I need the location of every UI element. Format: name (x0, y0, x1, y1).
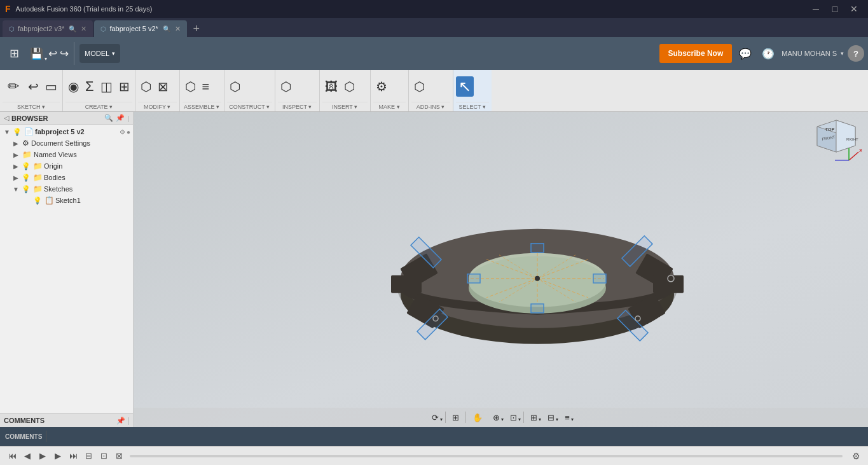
root-menu-icon[interactable]: ● (127, 128, 130, 135)
construct-1-btn[interactable]: ⬡ (227, 78, 243, 95)
comments-header: COMMENTS 📌 | (0, 414, 133, 427)
assemble-1-icon: ⬡ (185, 79, 196, 94)
browser-pin-icon[interactable]: 📌 (116, 114, 125, 122)
create-grid-btn[interactable]: ⊞ (116, 78, 132, 95)
grid-view-btn[interactable]: ⊞ (4, 43, 24, 64)
undo-btn[interactable]: ↩ (48, 47, 57, 60)
view-settings-btn[interactable]: ≡▾ (561, 412, 574, 424)
sketch1-vis-icon[interactable]: 💡 (33, 197, 42, 205)
insert-img-btn[interactable]: 🖼 (322, 78, 340, 95)
modify-push-btn[interactable]: ⬡ (138, 78, 154, 95)
ribbon-insert-btns: 🖼 ⬡ (322, 71, 368, 102)
svg-rect-32 (467, 274, 480, 282)
bodies-vis-icon[interactable]: 💡 (22, 174, 31, 182)
timeline-thumb-btn[interactable]: ⊟ (81, 449, 95, 463)
modify-more-icon: ⊠ (158, 79, 169, 94)
model-selector[interactable]: MODEL ▾ (79, 44, 120, 63)
timeline-last-btn[interactable]: ⏭ (66, 449, 80, 463)
root-vis-icon[interactable]: 💡 (13, 128, 22, 136)
timeline-first-btn[interactable]: ⏮ (5, 449, 19, 463)
minimize-btn[interactable]: ─ (807, 3, 825, 15)
origin-vis-icon[interactable]: 💡 (22, 162, 31, 170)
tab1-search[interactable]: 🔍 (69, 25, 76, 32)
add-tab-btn[interactable]: + (188, 20, 205, 37)
help-btn[interactable]: ? (848, 45, 864, 62)
vbt-divider1 (445, 412, 446, 423)
pan-btn[interactable]: ✋ (469, 412, 486, 424)
make-1-btn[interactable]: ⚙ (373, 78, 390, 95)
save-orbit-btn[interactable]: ⊞ (448, 412, 463, 424)
maximize-btn[interactable]: □ (826, 3, 844, 15)
tree-origin[interactable]: ▶ 💡 📁 Origin (0, 160, 133, 172)
tab2-label: fabproject 5 v2* (109, 25, 158, 32)
bodies-expand-icon: ▶ (11, 174, 20, 181)
comments-pin-icon[interactable]: 📌 (116, 417, 125, 425)
timeline-profile-btn[interactable]: ⊡ (97, 449, 111, 463)
tree-root[interactable]: ▼ 💡 📄 fabproject 5 v2 ⚙ ● (0, 126, 133, 137)
timeline-prev-btn[interactable]: ◀ (20, 449, 34, 463)
assemble-2-btn[interactable]: ≡ (200, 78, 212, 95)
tree-sketches[interactable]: ▼ 💡 📁 Sketches (0, 183, 133, 195)
named-views-label: Named Views (34, 151, 130, 158)
subscribe-btn[interactable]: Subscribe Now (659, 44, 733, 63)
root-expand-icon: ▼ (3, 128, 11, 135)
sketch-shape-btn[interactable]: ▭ (43, 78, 60, 95)
tree-bodies[interactable]: ▶ 💡 📁 Bodies (0, 172, 133, 183)
vbt-divider3 (523, 412, 524, 423)
tree-sketch1[interactable]: 💡 📋 Sketch1 (0, 195, 133, 206)
grid-settings-btn[interactable]: ⊟▾ (544, 412, 558, 424)
tree-named-views[interactable]: ▶ 📁 Named Views (0, 149, 133, 160)
ribbon-modify-label: MODIFY ▾ (138, 102, 177, 110)
insert-2-btn[interactable]: ⬡ (341, 78, 357, 95)
origin-label: Origin (44, 162, 130, 170)
create-more-btn[interactable]: ◫ (98, 78, 115, 95)
history-icon-btn[interactable]: 🕐 (759, 44, 778, 63)
close-btn[interactable]: ✕ (845, 3, 863, 15)
create-sigma-btn[interactable]: Σ (83, 77, 97, 96)
sketch-finish-btn[interactable]: ↩ (25, 78, 41, 95)
insert-2-icon: ⬡ (344, 79, 355, 94)
display-settings-btn[interactable]: ⊞▾ (527, 412, 541, 424)
orbit-btn[interactable]: ⟳▾ (428, 412, 443, 424)
browser-search-icon[interactable]: 🔍 (104, 114, 113, 122)
zoom-window-btn[interactable]: ⊡▾ (506, 412, 521, 424)
assemble-1-btn[interactable]: ⬡ (183, 78, 198, 95)
tab2-close[interactable]: ✕ (175, 25, 181, 33)
user-label[interactable]: MANU MOHAN S (782, 50, 837, 57)
inspect-1-btn[interactable]: ⬡ (278, 78, 294, 95)
save-btn[interactable]: 💾 ▾ (27, 44, 46, 63)
modify-more-btn[interactable]: ⊠ (155, 78, 171, 95)
sketch-finish-icon: ↩ (28, 79, 39, 94)
timeline-settings-btn[interactable]: ⚙ (849, 449, 863, 463)
timeline-next-btn[interactable]: ▶ (51, 449, 65, 463)
tab2-search[interactable]: 🔍 (163, 25, 170, 32)
ribbon-sketch-btns: ✏ ↩ ▭ (3, 71, 60, 102)
redo-btn[interactable]: ↪ (60, 47, 69, 60)
create-grid-icon: ⊞ (119, 79, 130, 94)
statusbar-divider1 (46, 431, 46, 442)
create-globe-btn[interactable]: ◉ (65, 78, 81, 95)
browser-collapse-icon[interactable]: ◁ (4, 114, 9, 122)
view-cube[interactable]: X Z TOP FRONT RIGHT (811, 117, 862, 168)
ribbon-inspect-label: INSPECT ▾ (278, 102, 317, 110)
user-dropdown-icon: ▾ (841, 50, 844, 57)
sketch-new-btn[interactable]: ✏ (3, 77, 24, 96)
root-settings-icon[interactable]: ⚙ (120, 128, 125, 135)
viewport[interactable]: X Z TOP FRONT RIGHT (134, 112, 868, 427)
chat-icon-btn[interactable]: 💬 (736, 44, 755, 63)
sketches-vis-icon[interactable]: 💡 (22, 185, 31, 193)
select-1-btn[interactable]: ↖ (456, 76, 474, 97)
timeline-play-btn[interactable]: ▶ (36, 449, 50, 463)
statusbar-label: COMMENTS (5, 433, 42, 440)
tree-doc-settings[interactable]: ▶ ⚙ Document Settings (0, 137, 133, 149)
inspect-1-icon: ⬡ (280, 79, 291, 94)
root-folder-icon: 📄 (24, 127, 34, 136)
tab1-close[interactable]: ✕ (81, 25, 86, 33)
tab-fabproject2[interactable]: ⬡ fabproject2 v3* 🔍 ✕ (3, 20, 93, 37)
timeline-extra-btn[interactable]: ⊠ (112, 449, 126, 463)
timeline-track (130, 455, 843, 457)
addins-1-btn[interactable]: ⬡ (411, 78, 427, 95)
tab-fabproject5[interactable]: ⬡ fabproject 5 v2* 🔍 ✕ (94, 20, 186, 37)
zoom-extent-btn[interactable]: ⊕▾ (489, 412, 504, 424)
tab1-label: fabproject2 v3* (18, 25, 64, 32)
